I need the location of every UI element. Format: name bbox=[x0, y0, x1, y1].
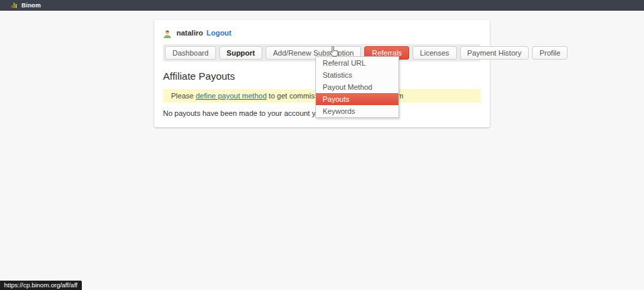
menu-item-payout-method[interactable]: Payout Method bbox=[316, 81, 398, 93]
tab-licenses[interactable]: Licenses bbox=[413, 46, 456, 60]
menu-item-statistics[interactable]: Statistics bbox=[316, 69, 398, 81]
tab-support[interactable]: Support bbox=[219, 46, 262, 60]
tab-dashboard[interactable]: Dashboard bbox=[165, 46, 216, 60]
user-row: nataliro Logout bbox=[163, 27, 481, 38]
tab-profile[interactable]: Profile bbox=[532, 46, 568, 60]
referrals-dropdown-menu: Referral URL Statistics Payout Method Pa… bbox=[315, 56, 399, 118]
menu-item-keywords[interactable]: Keywords bbox=[316, 105, 398, 117]
user-avatar-icon bbox=[163, 29, 172, 38]
alert-text-prefix: Please bbox=[171, 92, 196, 100]
user-name: nataliro bbox=[176, 29, 203, 37]
link-preview-statusbar: https://cp.binom.org/aff/aff bbox=[0, 281, 82, 290]
bar-chart-icon bbox=[11, 3, 17, 8]
menu-item-payouts[interactable]: Payouts bbox=[316, 93, 398, 105]
menu-item-referral-url[interactable]: Referral URL bbox=[316, 57, 398, 69]
define-payout-method-link[interactable]: define payout method bbox=[196, 92, 267, 100]
tab-payment-history[interactable]: Payment History bbox=[460, 46, 529, 60]
logout-link[interactable]: Logout bbox=[207, 29, 231, 37]
brand-title: Binom bbox=[21, 2, 41, 9]
top-navigation-bar: Binom bbox=[0, 0, 644, 11]
